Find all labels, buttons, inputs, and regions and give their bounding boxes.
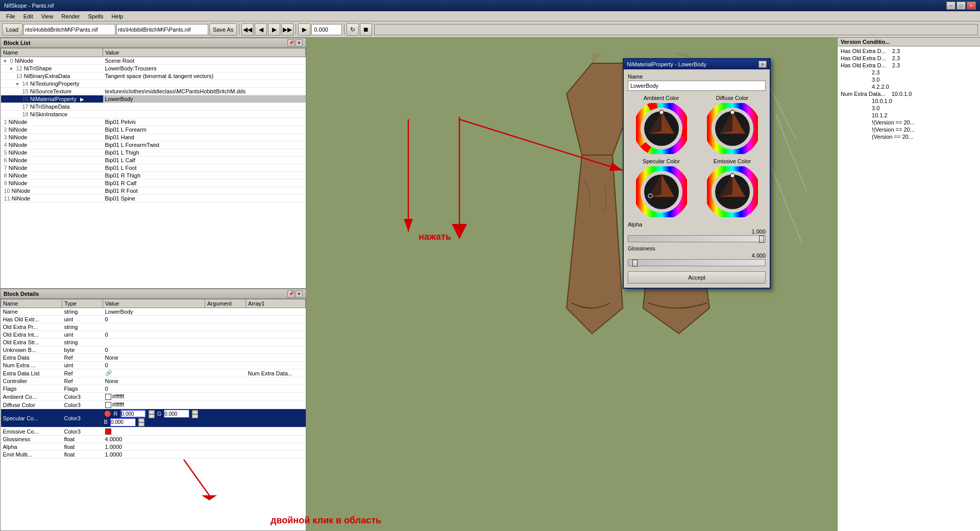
alpha-thumb[interactable] — [759, 236, 764, 243]
maximize-button[interactable]: □ — [957, 2, 966, 10]
row-name: NiNode — [12, 188, 31, 194]
right-panel[interactable]: Version Conditio... Has Old Extra D... 2… — [306, 38, 980, 531]
block-details-row[interactable]: Glossiness float 4.0000 — [1, 436, 306, 443]
block-list-row[interactable]: 8 NiNode Bip01 R Thigh — [1, 172, 306, 180]
block-list-row[interactable]: 6 NiNode Bip01 L Calf — [1, 157, 306, 164]
block-details-row[interactable]: Flags Flags 0 — [1, 385, 306, 393]
block-details-row[interactable]: Extra Data List Ref 🔗 Num Extra Data... — [1, 369, 306, 377]
refresh-button[interactable]: ↻ — [347, 23, 359, 36]
g-up[interactable]: ▲ — [192, 410, 198, 414]
block-list-row[interactable]: 9 NiNode Bip01 R Calf — [1, 180, 306, 187]
block-details-row[interactable]: Emissive Co... Color3 — [1, 427, 306, 436]
block-list-row[interactable]: 10 NiNode Bip01 R Foot — [1, 187, 306, 195]
fast-forward-button[interactable]: ▶▶ — [281, 23, 293, 36]
nimaterial-dialog[interactable]: NiMaterialProperty - LowerBody × Name Am… — [623, 58, 771, 289]
block-details-row[interactable]: Emit Multi... float 1.0000 — [1, 451, 306, 459]
r-down[interactable]: ▼ — [149, 414, 155, 418]
alpha-slider[interactable] — [628, 235, 766, 242]
array1-cell — [246, 377, 306, 385]
menu-help[interactable]: Help — [107, 12, 127, 20]
load-button[interactable]: Load — [2, 23, 22, 36]
array1-cell — [246, 451, 306, 459]
r-input[interactable] — [120, 410, 146, 418]
block-details-row[interactable]: Num Extra ... uint 0 — [1, 362, 306, 369]
block-list-row[interactable]: 5 NiNode Bip01 L Thigh — [1, 149, 306, 157]
block-list-row[interactable]: 4 NiNode Bip01 L ForearmTwist — [1, 141, 306, 149]
block-details-row[interactable]: Has Old Extr... uint 0 — [1, 316, 306, 323]
dialog-title: NiMaterialProperty - LowerBody — [627, 61, 706, 67]
menu-spells[interactable]: Spells — [84, 12, 107, 20]
block-details-row[interactable]: Specular Co... Color3 🔴 R ▲ ▼ G ▲ ▼ B — [1, 409, 306, 427]
play-button[interactable]: ▶ — [298, 23, 310, 36]
close-panel-button[interactable]: × — [296, 39, 303, 46]
block-details-row[interactable]: Old Extra Int... uint 0 — [1, 331, 306, 339]
close-button[interactable]: × — [967, 2, 976, 10]
block-details-row[interactable]: Extra Data Ref None — [1, 354, 306, 362]
separator3 — [344, 24, 345, 35]
version-condition-title: Version Conditio... — [841, 39, 890, 45]
block-list-row[interactable]: 13 NiBinaryExtraData Tangent space (bino… — [1, 72, 306, 80]
b-input[interactable] — [110, 418, 136, 426]
block-list-scroll[interactable]: Name Value ▼ 0 NiNode Scene Root ▼ 12 Ni… — [1, 48, 306, 288]
block-list-panel: Block List 📌 × Name Value — [0, 38, 306, 289]
specular-edit-cell[interactable]: 🔴 R ▲ ▼ G ▲ ▼ B ▲ ▼ — [103, 409, 205, 427]
pin-button[interactable]: 📌 — [287, 39, 295, 46]
block-list-row[interactable]: 1 NiNode Bip01 Pelvis — [1, 118, 306, 126]
block-details-row[interactable]: Name string LowerBody — [1, 308, 306, 316]
ambient-color-wheel-container[interactable] — [636, 103, 687, 154]
row-name: NiBinaryExtraData — [24, 73, 70, 79]
glossiness-slider[interactable] — [628, 259, 766, 266]
version-content: Has Old Extra D... 2.3 Has Old Extra D..… — [838, 46, 980, 141]
block-details-row[interactable]: Controller Ref None — [1, 377, 306, 385]
block-list-row[interactable]: 11 NiNode Bip01 Spine — [1, 195, 306, 203]
diffuse-color-wheel-container[interactable] — [707, 103, 758, 154]
block-details-title: Block Details — [4, 291, 39, 297]
block-list-row[interactable]: ▼ 14 NiTexturingProperty — [1, 80, 306, 88]
block-list-name-cell: 6 NiNode — [1, 157, 103, 164]
g-input[interactable] — [164, 410, 189, 418]
type-cell: Ref — [62, 377, 103, 385]
block-details-row[interactable]: Old Extra Pr... string — [1, 323, 306, 331]
b-down[interactable]: ▼ — [138, 422, 144, 426]
glossiness-thumb[interactable] — [632, 260, 638, 267]
block-details-row[interactable]: Unknown B... byte 0 — [1, 346, 306, 354]
prev-button[interactable]: ◀ — [255, 23, 267, 36]
specular-color-wheel-container[interactable] — [636, 166, 687, 217]
close-panel-button-2[interactable]: × — [296, 290, 303, 297]
stop-button[interactable]: ⏹ — [360, 23, 372, 36]
file-path-input2[interactable] — [116, 24, 208, 35]
b-up[interactable]: ▲ — [138, 418, 144, 422]
block-list-value-cell: Tangent space (binormal & tangent vector… — [103, 72, 306, 80]
separator2 — [296, 24, 296, 35]
menu-render[interactable]: Render — [57, 12, 84, 20]
block-list-row[interactable]: 3 NiNode Bip01 Hand — [1, 134, 306, 141]
block-list-row[interactable]: 2 NiNode Bip01 L Forearm — [1, 126, 306, 134]
block-details-scroll[interactable]: Name Type Value Argument Array1 Name str… — [1, 299, 306, 530]
emissive-color-wheel-container[interactable] — [707, 166, 758, 217]
menu-edit[interactable]: Edit — [19, 12, 37, 20]
pin-button-2[interactable]: 📌 — [287, 290, 295, 297]
accept-button[interactable]: Accept — [628, 271, 766, 284]
block-details-row[interactable]: Old Extra Str... string — [1, 339, 306, 346]
save-as-button[interactable]: Save As — [209, 23, 237, 36]
forward-button[interactable]: ▶ — [268, 23, 280, 36]
block-list-row[interactable]: 18 NiSkinInstance — [1, 111, 306, 118]
name-input[interactable] — [628, 81, 766, 91]
block-list-row[interactable]: 7 NiNode Bip01 L Foot — [1, 164, 306, 172]
block-list-row[interactable]: 15 NiSourceTexture textures\clothes\midd… — [1, 88, 306, 95]
menu-view[interactable]: View — [37, 12, 58, 20]
block-list-row[interactable]: 17 NiTriShapeData — [1, 103, 306, 111]
block-list-row[interactable]: ▼ 0 NiNode Scene Root — [1, 57, 306, 65]
r-up[interactable]: ▲ — [149, 410, 155, 414]
block-details-row[interactable]: Ambient Co... Color3 #ffffff — [1, 393, 306, 401]
block-list-row[interactable]: ▼ 12 NiTriShape LowerBody:Trousers — [1, 65, 306, 72]
block-list-row[interactable]: 16 NiMaterialProperty ▶ LowerBody — [1, 95, 306, 103]
file-path-input[interactable] — [23, 24, 115, 35]
g-down[interactable]: ▼ — [192, 414, 198, 418]
dialog-close-button[interactable]: × — [758, 61, 767, 68]
block-details-row[interactable]: Diffuse Color Color3 #ffffff — [1, 401, 306, 409]
menu-file[interactable]: File — [2, 12, 19, 20]
minimize-button[interactable]: − — [946, 2, 955, 10]
block-details-row[interactable]: Alpha float 1.0000 — [1, 443, 306, 451]
prev-icon-button[interactable]: ◀◀ — [241, 23, 254, 36]
